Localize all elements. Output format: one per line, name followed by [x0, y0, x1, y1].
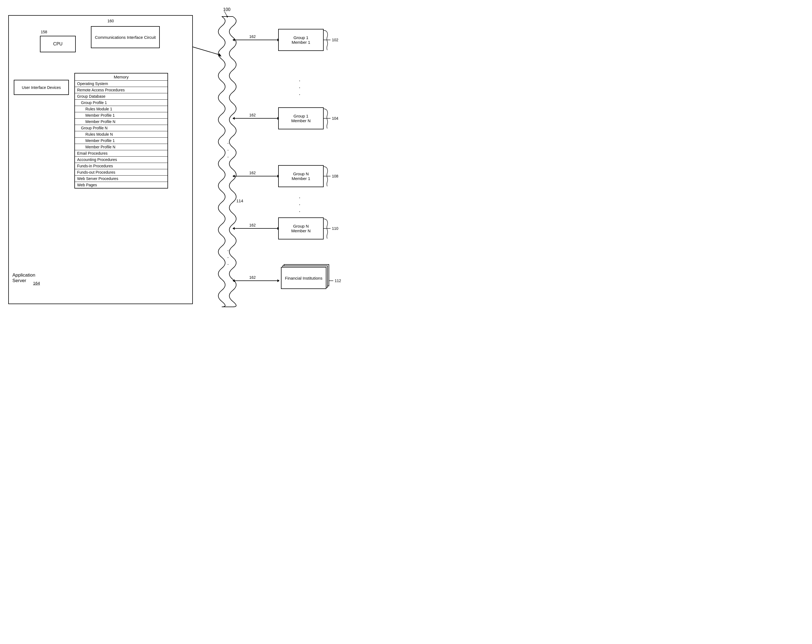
svg-text:.: .: [227, 253, 229, 259]
memory-websvr: Web Server Procedures: [75, 176, 168, 182]
groupN-member1-label: Group NMember 1: [292, 172, 310, 181]
svg-text:162: 162: [249, 171, 256, 175]
diagram: 100 114 116 118 120 122 124 126 128 130: [0, 0, 406, 322]
svg-marker-78: [232, 279, 235, 282]
svg-text:.: .: [227, 152, 229, 158]
svg-text:.: .: [299, 90, 301, 96]
memory-gdb: Group Database: [75, 93, 168, 100]
memory-webpages: Web Pages: [75, 182, 168, 188]
memory-mp1b: Member Profile 1: [75, 138, 168, 144]
svg-text:114: 114: [236, 198, 243, 203]
financial-institutions-label: Financial Institutions: [285, 276, 322, 280]
svg-text:104: 104: [332, 116, 339, 120]
memory-rmn: Rules Module N: [75, 131, 168, 138]
svg-text:108: 108: [332, 174, 339, 178]
svg-marker-62: [232, 38, 235, 41]
svg-text:162: 162: [249, 34, 256, 39]
svg-text:162: 162: [249, 275, 256, 280]
memory-gpn: Group Profile N: [75, 125, 168, 131]
memory-mpna: Member Profile N: [75, 119, 168, 125]
svg-text:.: .: [299, 193, 301, 199]
memory-fundsin: Funds-in Procedures: [75, 163, 168, 169]
svg-text:.: .: [299, 200, 301, 206]
uid-box: User Interface Devices: [14, 80, 69, 95]
svg-text:162: 162: [249, 223, 256, 227]
svg-text:.: .: [299, 76, 301, 82]
app-server-ref: 164: [33, 281, 40, 285]
app-server-label: Application Server: [12, 273, 35, 283]
svg-text:.: .: [227, 146, 229, 152]
svg-text:102: 102: [332, 38, 339, 42]
uid-label: User Interface Devices: [22, 85, 61, 90]
svg-marker-77: [277, 279, 279, 282]
group1-memberN-label: Group 1Member N: [291, 114, 310, 123]
svg-marker-70: [232, 175, 235, 178]
svg-text:162: 162: [249, 113, 256, 117]
groupN-memberN-box: Group NMember N: [278, 218, 324, 239]
svg-marker-4: [226, 16, 228, 18]
svg-text:.: .: [227, 246, 229, 252]
ref-158: 158: [41, 30, 47, 34]
svg-line-3: [224, 12, 227, 17]
memory-rap: Remote Access Procedures: [75, 87, 168, 93]
financial-institutions-box: Financial Institutions: [281, 267, 327, 289]
cpu-box: CPU: [40, 36, 76, 52]
cpu-label: CPU: [53, 41, 63, 47]
groupN-memberN-label: Group NMember N: [291, 224, 310, 233]
svg-text:.: .: [227, 260, 229, 266]
cic-label: Communications Interface Circuit: [95, 35, 156, 40]
memory-rm1: Rules Module 1: [75, 106, 168, 112]
svg-text:.: .: [299, 83, 301, 89]
memory-mpnb: Member Profile N: [75, 144, 168, 150]
svg-text:.: .: [299, 207, 301, 213]
svg-text:.: .: [227, 139, 229, 145]
svg-text:100: 100: [223, 7, 230, 12]
memory-fundsout: Funds-out Procedures: [75, 169, 168, 176]
ref-160: 160: [107, 19, 114, 23]
memory-os: Operating System: [75, 81, 168, 87]
group1-member1-label: Group 1Member 1: [292, 35, 310, 44]
svg-text:112: 112: [335, 279, 341, 283]
memory-gp1: Group Profile 1: [75, 100, 168, 106]
svg-marker-57: [218, 53, 221, 56]
svg-marker-74: [232, 227, 235, 230]
memory-email: Email Procedures: [75, 150, 168, 157]
group1-member1-box: Group 1Member 1: [278, 29, 324, 51]
groupN-member1-box: Group NMember 1: [278, 165, 324, 187]
cic-box: Communications Interface Circuit: [91, 26, 160, 48]
memory-mp1a: Member Profile 1: [75, 112, 168, 119]
svg-marker-66: [232, 117, 235, 120]
memory-table: Memory Operating System Remote Access Pr…: [74, 73, 168, 189]
group1-memberN-box: Group 1Member N: [278, 107, 324, 129]
memory-acct: Accounting Procedures: [75, 157, 168, 163]
memory-header: Memory: [75, 73, 168, 81]
svg-text:110: 110: [332, 226, 339, 231]
